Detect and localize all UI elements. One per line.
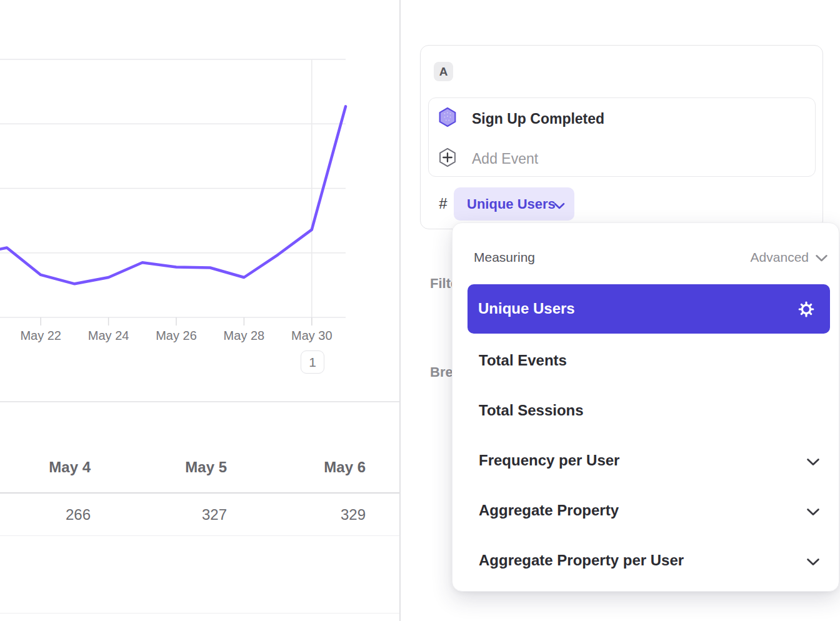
series-letter-badge[interactable]: A (434, 62, 453, 81)
event-hexagon-icon (438, 107, 457, 130)
event-row-sign-up-completed[interactable]: Sign Up Completed (429, 98, 815, 137)
measuring-label: Measuring (474, 250, 535, 265)
chevron-down-icon (806, 458, 820, 469)
menu-item-aggregate-property[interactable]: Aggregate Property (452, 493, 839, 528)
measure-row: # Unique Users (421, 187, 822, 221)
menu-item-aggregate-property-per-user[interactable]: Aggregate Property per User (452, 543, 839, 578)
menu-item-total-events[interactable]: Total Events (452, 343, 839, 378)
chevron-down-icon[interactable] (815, 254, 828, 265)
table-header-may4: May 4 (49, 459, 91, 476)
add-event-icon (438, 147, 457, 170)
menu-item-label: Aggregate Property per User (479, 551, 684, 570)
chart-line (0, 106, 346, 284)
gear-icon[interactable] (798, 301, 815, 320)
chevron-down-icon (806, 508, 820, 519)
measuring-dropdown: Measuring Advanced Unique Users (452, 222, 839, 592)
table-header-divider (0, 492, 400, 494)
x-axis-label: May 26 (146, 329, 206, 343)
add-event-button[interactable]: Add Event (429, 138, 815, 177)
x-axis-label: May 30 (282, 329, 342, 343)
table-header-may5: May 5 (185, 459, 227, 476)
menu-item-unique-users-selected[interactable]: Unique Users (468, 284, 830, 334)
menu-item-total-sessions[interactable]: Total Sessions (452, 393, 839, 428)
menu-item-label: Total Sessions (479, 401, 584, 420)
chevron-down-icon (554, 201, 565, 212)
hash-prefix: # (436, 195, 451, 212)
x-axis-label: May 22 (11, 329, 71, 343)
table-value-may4: 266 (66, 506, 91, 524)
event-box: Sign Up Completed Add Event (428, 97, 816, 177)
x-axis-label: May 28 (214, 329, 274, 343)
measure-selector-chip[interactable]: Unique Users (454, 187, 574, 221)
panel-divider (399, 0, 401, 621)
insights-report: May 22May 24May 26May 28May 30 1 May 4 M… (0, 0, 840, 621)
menu-item-label: Unique Users (478, 300, 575, 317)
chart-panel: May 22May 24May 26May 28May 30 1 May 4 M… (0, 0, 400, 621)
table-header-may6: May 6 (324, 459, 366, 476)
menu-item-label: Frequency per User (479, 451, 619, 470)
measure-chip-label: Unique Users (467, 196, 556, 212)
chevron-down-icon (806, 558, 820, 569)
x-axis-label: May 24 (79, 329, 139, 343)
menu-item-label: Total Events (479, 351, 567, 370)
table-bottom-divider (0, 613, 400, 614)
menu-item-label: Aggregate Property (479, 501, 619, 520)
pagination-badge[interactable]: 1 (301, 350, 324, 374)
table-value-may6: 329 (341, 506, 366, 524)
table-top-divider (0, 401, 400, 402)
table-row-divider (0, 535, 400, 536)
menu-item-frequency-per-user[interactable]: Frequency per User (452, 443, 839, 478)
query-card: A Uniques of Sign Up Completed Sign Up C… (420, 45, 823, 229)
add-event-label: Add Event (472, 150, 538, 167)
event-name-label: Sign Up Completed (472, 110, 604, 127)
table-value-may5: 327 (202, 506, 227, 524)
line-chart (0, 0, 400, 326)
advanced-mode-toggle[interactable]: Advanced (751, 250, 809, 265)
